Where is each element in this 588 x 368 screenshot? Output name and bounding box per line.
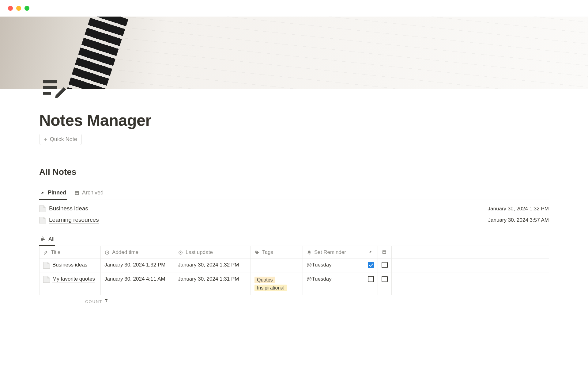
tag-chip[interactable]: Quotes [254, 277, 275, 283]
section-title-all-notes: All Notes [39, 167, 549, 180]
pin-icon [40, 190, 45, 196]
notes-table: Title Added time Last update Tags Set Re… [39, 246, 549, 295]
table-row[interactable]: Business ideas January 30, 2024 1:32 PM … [40, 259, 549, 273]
row-title: My favorite quotes [52, 276, 95, 282]
pinned-item-date: January 30, 2024 1:32 PM [488, 206, 549, 212]
clock-icon [178, 250, 183, 255]
pinned-list: Business ideas January 30, 2024 1:32 PM … [39, 203, 549, 226]
minimize-window-button[interactable] [16, 6, 21, 11]
count-value: 7 [105, 298, 107, 305]
svg-rect-4 [75, 192, 79, 194]
archive-icon [74, 190, 80, 196]
pinned-item[interactable]: Learning resources January 30, 2024 3:57… [39, 214, 549, 226]
pinned-item[interactable]: Business ideas January 30, 2024 1:32 PM [39, 203, 549, 214]
column-header-pin[interactable] [364, 246, 378, 259]
row-added: January 30, 2024 1:32 PM [101, 259, 174, 273]
cover-image[interactable] [0, 17, 588, 89]
row-added: January 30, 2024 4:11 AM [101, 273, 174, 295]
pin-checkbox[interactable] [368, 262, 374, 268]
page-icon [43, 262, 50, 269]
quick-note-label: Quick Note [50, 136, 77, 143]
row-update: January 30, 2024 1:31 PM [174, 273, 251, 295]
bell-icon [307, 250, 312, 255]
table-row[interactable]: My favorite quotes January 30, 2024 4:11… [40, 273, 549, 295]
tab-archived[interactable]: Archived [74, 186, 104, 200]
svg-rect-5 [77, 193, 77, 194]
column-header-update[interactable]: Last update [174, 246, 251, 259]
plus-icon: + [44, 136, 47, 143]
row-reminder[interactable]: @Tuesday [303, 259, 364, 273]
svg-rect-1 [43, 86, 57, 89]
pin-icon [368, 249, 373, 255]
svg-rect-3 [75, 191, 79, 192]
svg-rect-2 [43, 92, 51, 95]
column-header-title[interactable]: Title [40, 246, 101, 259]
column-header-archive[interactable] [378, 246, 392, 259]
quick-note-button[interactable]: + Quick Note [39, 134, 82, 145]
archive-checkbox[interactable] [382, 262, 388, 268]
archive-icon [382, 249, 387, 255]
page-icon-edit[interactable] [39, 74, 70, 105]
tab-pinned[interactable]: Pinned [39, 186, 67, 200]
count-footer: Count 7 [39, 295, 549, 305]
column-header-added[interactable]: Added time [101, 246, 174, 259]
svg-rect-0 [43, 80, 57, 83]
row-tags[interactable] [251, 259, 303, 273]
pin-checkbox[interactable] [368, 276, 374, 282]
close-window-button[interactable] [8, 6, 13, 11]
view-tab-all[interactable]: All [39, 234, 55, 246]
tag-icon [254, 250, 260, 255]
row-update: January 30, 2024 1:32 PM [174, 259, 251, 273]
pinned-item-title: Business ideas [49, 205, 88, 212]
clock-icon [104, 250, 110, 255]
maximize-window-button[interactable] [24, 6, 29, 11]
pinned-archived-tabs: Pinned Archived [39, 186, 549, 200]
svg-rect-9 [383, 251, 386, 253]
row-tags[interactable]: Quotes Insipirational [251, 273, 303, 295]
list-icon [40, 236, 46, 243]
column-spacer [392, 246, 549, 259]
page-icon [43, 276, 50, 283]
column-header-tags[interactable]: Tags [251, 246, 303, 259]
page-title[interactable]: Notes Manager [39, 89, 549, 129]
row-reminder[interactable]: @Tuesday [303, 273, 364, 295]
pinned-item-title: Learning resources [49, 217, 99, 224]
page-icon [39, 205, 46, 212]
pinned-item-date: January 30, 2024 3:57 AM [488, 217, 549, 223]
column-header-reminder[interactable]: Set Reminder [303, 246, 364, 259]
tag-chip[interactable]: Insipirational [254, 285, 287, 291]
row-title: Business ideas [52, 262, 87, 268]
edit-icon [43, 250, 48, 255]
svg-rect-8 [383, 251, 386, 251]
window-chrome [0, 0, 588, 17]
count-label: Count [85, 299, 102, 304]
view-tabs: All [39, 234, 549, 246]
archive-checkbox[interactable] [382, 276, 388, 282]
page-icon [39, 217, 46, 224]
